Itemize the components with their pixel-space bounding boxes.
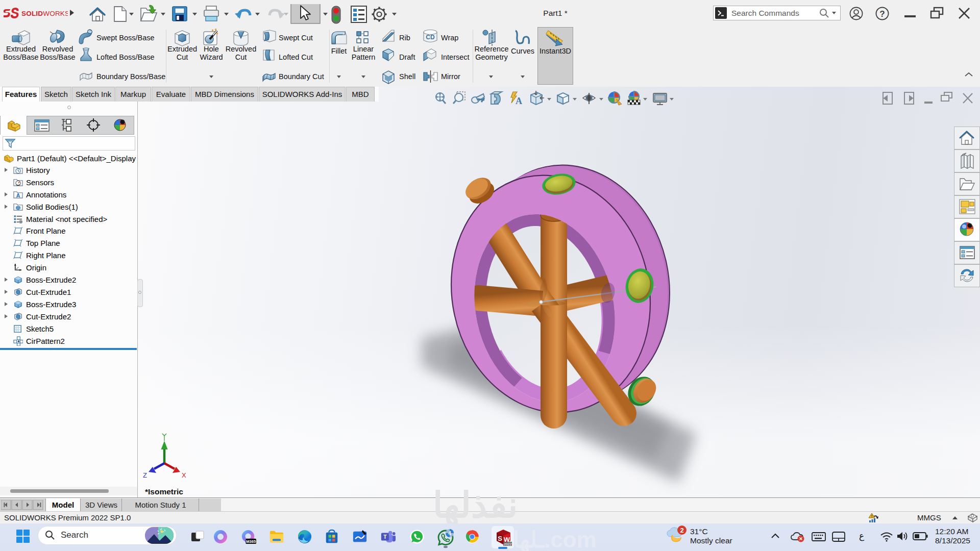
svg-text:Z: Z (143, 471, 147, 479)
svg-text:M365: M365 (246, 539, 256, 544)
svg-text:*Isometric: *Isometric (145, 487, 183, 496)
svg-text:2: 2 (680, 527, 683, 534)
svg-text:4: 4 (448, 531, 451, 536)
svg-text:T: T (383, 534, 387, 540)
svg-text:X: X (182, 471, 186, 479)
svg-text:A: A (516, 96, 522, 106)
svg-text:SOLIDWORKS: SOLIDWORKS (21, 10, 68, 17)
svg-text:2022: 2022 (504, 542, 512, 546)
svg-text:A: A (16, 193, 20, 198)
svg-text:S: S (498, 535, 502, 542)
svg-text:CD: CD (426, 34, 435, 41)
svg-text:!: ! (871, 514, 873, 518)
svg-text:?: ? (879, 9, 885, 19)
